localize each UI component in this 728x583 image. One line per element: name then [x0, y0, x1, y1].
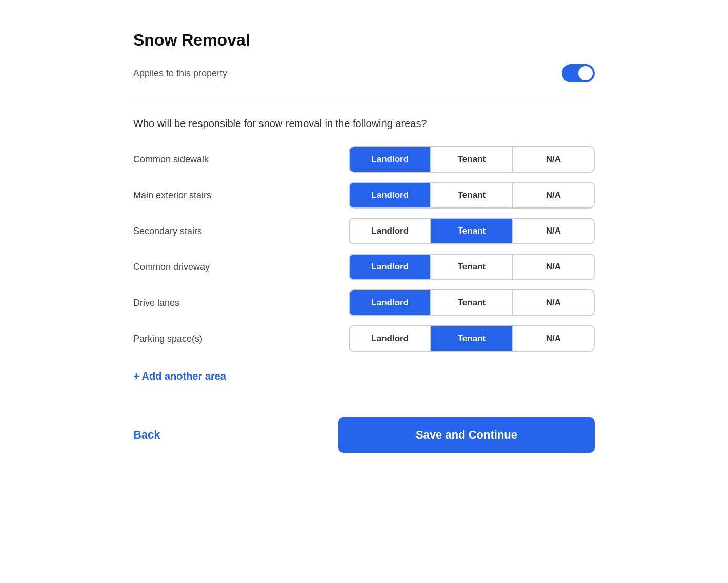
resp-btn-landlord-parking-spaces[interactable]: Landlord	[350, 326, 431, 351]
area-label-main-exterior-stairs: Main exterior stairs	[133, 190, 277, 201]
resp-btn-tenant-common-sidewalk[interactable]: Tenant	[431, 147, 513, 172]
page-container: Snow Removal Applies to this property Wh…	[133, 31, 595, 453]
area-label-secondary-stairs: Secondary stairs	[133, 226, 277, 237]
back-button[interactable]: Back	[133, 428, 160, 442]
resp-btn-landlord-drive-lanes[interactable]: Landlord	[350, 290, 431, 315]
area-label-parking-spaces: Parking space(s)	[133, 334, 277, 344]
responsibility-selector-parking-spaces: LandlordTenantN/A	[349, 325, 595, 352]
resp-btn-landlord-common-sidewalk[interactable]: Landlord	[350, 147, 431, 172]
resp-btn-na-common-sidewalk[interactable]: N/A	[513, 147, 594, 172]
add-area-button[interactable]: + Add another area	[133, 370, 226, 382]
page-title: Snow Removal	[133, 31, 595, 50]
area-row: Common drivewayLandlordTenantN/A	[133, 254, 595, 280]
resp-btn-na-drive-lanes[interactable]: N/A	[513, 290, 594, 315]
area-label-common-driveway: Common driveway	[133, 262, 277, 273]
toggle-thumb	[578, 66, 593, 80]
responsibility-selector-drive-lanes: LandlordTenantN/A	[349, 289, 595, 316]
responsibility-selector-main-exterior-stairs: LandlordTenantN/A	[349, 182, 595, 209]
area-row: Secondary stairsLandlordTenantN/A	[133, 218, 595, 244]
resp-btn-na-main-exterior-stairs[interactable]: N/A	[513, 183, 594, 207]
applies-label: Applies to this property	[133, 68, 227, 79]
area-row: Common sidewalkLandlordTenantN/A	[133, 146, 595, 173]
applies-row: Applies to this property	[133, 64, 595, 82]
resp-btn-tenant-common-driveway[interactable]: Tenant	[431, 255, 513, 279]
save-continue-button[interactable]: Save and Continue	[338, 417, 595, 453]
section-divider	[133, 97, 595, 97]
resp-btn-tenant-parking-spaces[interactable]: Tenant	[431, 326, 513, 351]
resp-btn-landlord-main-exterior-stairs[interactable]: Landlord	[350, 183, 431, 207]
resp-btn-landlord-secondary-stairs[interactable]: Landlord	[350, 219, 431, 243]
question-text: Who will be responsible for snow removal…	[133, 118, 595, 130]
applies-toggle[interactable]	[562, 64, 595, 82]
resp-btn-landlord-common-driveway[interactable]: Landlord	[350, 255, 431, 279]
resp-btn-na-parking-spaces[interactable]: N/A	[513, 326, 594, 351]
area-label-common-sidewalk: Common sidewalk	[133, 154, 277, 165]
area-row: Parking space(s)LandlordTenantN/A	[133, 325, 595, 352]
footer: Back Save and Continue	[133, 417, 595, 453]
areas-list: Common sidewalkLandlordTenantN/AMain ext…	[133, 146, 595, 352]
responsibility-selector-common-driveway: LandlordTenantN/A	[349, 254, 595, 280]
area-label-drive-lanes: Drive lanes	[133, 298, 277, 308]
resp-btn-tenant-main-exterior-stairs[interactable]: Tenant	[431, 183, 513, 207]
area-row: Main exterior stairsLandlordTenantN/A	[133, 182, 595, 209]
resp-btn-na-secondary-stairs[interactable]: N/A	[513, 219, 594, 243]
responsibility-selector-common-sidewalk: LandlordTenantN/A	[349, 146, 595, 173]
resp-btn-na-common-driveway[interactable]: N/A	[513, 255, 594, 279]
responsibility-selector-secondary-stairs: LandlordTenantN/A	[349, 218, 595, 244]
area-row: Drive lanesLandlordTenantN/A	[133, 289, 595, 316]
resp-btn-tenant-drive-lanes[interactable]: Tenant	[431, 290, 513, 315]
resp-btn-tenant-secondary-stairs[interactable]: Tenant	[431, 219, 513, 243]
